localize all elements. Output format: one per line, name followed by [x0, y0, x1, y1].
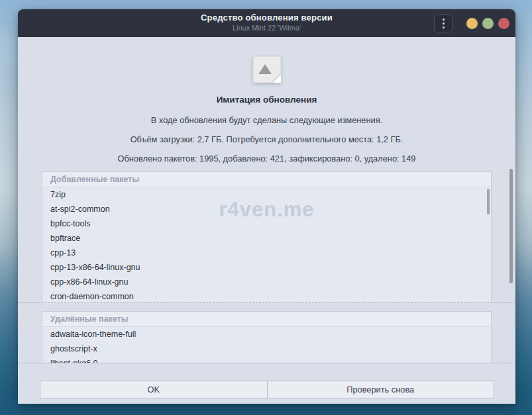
list-item[interactable]: at-spi2-common — [42, 202, 491, 216]
list-item[interactable]: bpftrace — [42, 231, 491, 246]
list-item[interactable]: ghostscript-x — [42, 342, 491, 356]
added-packages-header: Добавленные пакеты — [42, 172, 491, 187]
screenshot-cut-divider — [18, 363, 515, 363]
list-item[interactable]: 7zip — [42, 187, 491, 202]
removed-packages-header: Удалённые пакеты — [42, 312, 491, 327]
list-item[interactable]: libapt-pkg6.0 — [42, 356, 491, 363]
list-item[interactable]: bpfcc-tools — [42, 216, 491, 231]
kebab-menu-icon[interactable] — [434, 14, 452, 32]
added-packages-list[interactable]: Добавленные пакеты 7zipat-spi2-commonbpf… — [42, 171, 492, 303]
added-packages-rows: 7zipat-spi2-commonbpfcc-toolsbpftracecpp… — [42, 187, 491, 303]
image-placeholder-icon — [252, 56, 282, 83]
screenshot-cut-divider — [18, 302, 515, 303]
ok-button[interactable]: OK — [40, 381, 268, 398]
list-item[interactable]: cpp-13 — [42, 246, 491, 260]
package-counts-text: Обновлено пакетов: 1995, добавлено: 421,… — [18, 154, 515, 163]
check-again-button[interactable]: Проверить снова — [268, 381, 495, 398]
window-scrollbar-thumb[interactable] — [509, 169, 513, 283]
dialog-actions: OK Проверить снова — [40, 381, 494, 398]
list-item[interactable]: adwaita-icon-theme-full — [42, 327, 491, 342]
intro-text: В ходе обновления будут сделаны следующи… — [18, 115, 515, 125]
minimize-button[interactable] — [466, 18, 478, 29]
titlebar-controls — [434, 9, 509, 37]
dialog-content: Имитация обновления В ходе обновления бу… — [18, 37, 515, 404]
removed-packages-rows: adwaita-icon-theme-fullghostscript-xliba… — [42, 327, 491, 363]
removed-packages-list[interactable]: Удалённые пакеты adwaita-icon-theme-full… — [42, 311, 492, 363]
list-item[interactable]: cpp-13-x86-64-linux-gnu — [42, 260, 491, 275]
close-button[interactable] — [498, 18, 509, 29]
maximize-button[interactable] — [482, 18, 494, 29]
upgrade-tool-window: Средство обновления версии Linux Mint 22… — [18, 9, 515, 404]
titlebar[interactable]: Средство обновления версии Linux Mint 22… — [18, 9, 515, 37]
list-item[interactable]: cpp-x86-64-linux-gnu — [42, 275, 491, 289]
list-scrollbar-thumb[interactable] — [487, 189, 490, 214]
dialog-heading: Имитация обновления — [18, 95, 515, 105]
download-size-text: Объём загрузки: 2,7 ГБ. Потребуется допо… — [18, 134, 515, 144]
list-item[interactable]: cron-daemon-common — [42, 289, 491, 303]
